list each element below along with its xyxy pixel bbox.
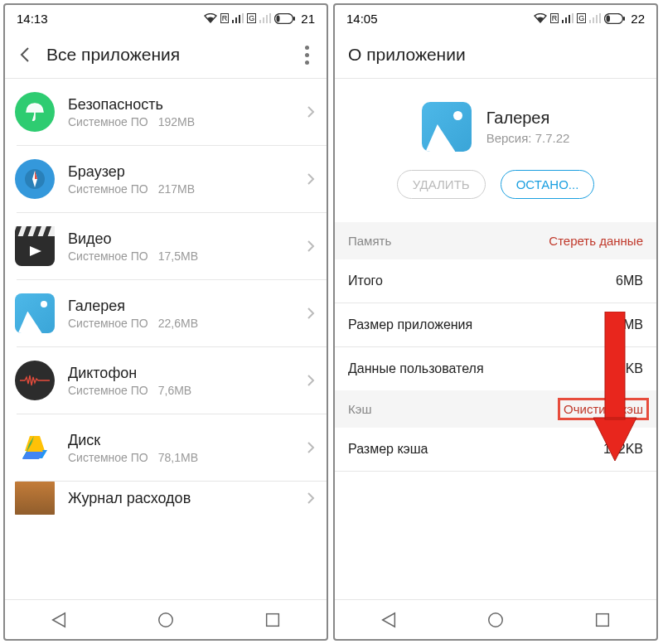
battery-icon (274, 13, 296, 24)
clapper-icon (15, 226, 55, 266)
chevron-right-icon (307, 105, 315, 119)
svg-point-37 (489, 613, 503, 627)
row-total: Итого 6MB (335, 259, 656, 303)
svg-rect-4 (259, 20, 261, 23)
more-menu-button[interactable] (297, 46, 317, 65)
svg-rect-28 (596, 15, 598, 23)
back-button[interactable] (15, 45, 35, 65)
chevron-right-icon (307, 441, 315, 454)
chevron-right-icon (307, 491, 315, 505)
chevron-right-icon (307, 374, 315, 387)
app-item-expenses[interactable]: Журнал расходов (5, 482, 327, 515)
chevron-right-icon (307, 307, 315, 320)
svg-rect-3 (242, 13, 244, 23)
signal-icon (562, 13, 573, 23)
wifi-icon (534, 13, 547, 23)
app-item-video[interactable]: Видео Системное ПО17,5MB (5, 213, 327, 279)
svg-rect-23 (565, 17, 567, 23)
svg-rect-26 (589, 20, 591, 23)
app-version: Версия: 7.7.22 (486, 131, 570, 145)
app-list[interactable]: Безопасность Системное ПО192MB Браузер С… (5, 79, 327, 599)
svg-rect-22 (562, 20, 564, 23)
signal-icon-2 (589, 13, 601, 23)
app-name: Журнал расходов (68, 490, 307, 507)
erase-data-button[interactable]: Стереть данные (549, 234, 643, 248)
signal-icon (232, 13, 244, 23)
app-sub: Системное ПО7,6MB (68, 384, 307, 397)
signal-icon-2 (259, 13, 271, 23)
app-name: Браузер (68, 163, 307, 181)
status-time: 14:13 (17, 12, 48, 26)
delete-button[interactable]: УДАЛИТЬ (397, 170, 486, 199)
nav-back-icon[interactable] (50, 611, 68, 629)
annotation-arrow (590, 312, 640, 469)
section-label: Кэш (348, 402, 371, 416)
svg-rect-33 (605, 312, 625, 419)
app-sub: Системное ПО17,5MB (68, 249, 307, 263)
battery-text: 22 (631, 12, 645, 26)
wallet-icon (15, 482, 55, 515)
net-badge-r: R (550, 13, 559, 23)
status-time: 14:05 (346, 12, 378, 26)
drive-icon (15, 428, 55, 467)
svg-rect-38 (597, 613, 609, 626)
gallery-icon (15, 293, 55, 333)
page-title: Все приложения (46, 45, 297, 65)
status-icons: R G 21 (204, 12, 315, 26)
button-row: УДАЛИТЬ ОСТАНО... (335, 170, 656, 222)
app-name: Галерея (486, 109, 570, 128)
app-name: Безопасность (68, 96, 307, 114)
app-sub: Системное ПО217MB (68, 182, 307, 196)
stop-button[interactable]: ОСТАНО... (501, 170, 595, 199)
app-name: Видео (68, 230, 307, 248)
app-item-disk[interactable]: Диск Системное ПО78,1MB (5, 414, 327, 481)
svg-rect-27 (593, 17, 594, 23)
titlebar: Все приложения (5, 31, 327, 78)
app-name: Диск (68, 432, 307, 449)
app-name: Диктофон (68, 365, 307, 382)
svg-rect-25 (572, 13, 573, 23)
svg-rect-2 (239, 15, 240, 23)
svg-point-20 (159, 613, 173, 627)
nav-recent-icon[interactable] (593, 611, 612, 629)
svg-rect-5 (263, 17, 264, 23)
status-icons: R G 22 (534, 12, 645, 26)
svg-rect-32 (623, 17, 625, 21)
svg-marker-34 (593, 418, 636, 461)
nav-home-icon[interactable] (486, 611, 505, 629)
chevron-right-icon (307, 240, 315, 253)
recorder-icon (15, 361, 55, 400)
nav-bar (335, 599, 656, 639)
nav-recent-icon[interactable] (264, 611, 282, 629)
svg-rect-21 (267, 613, 279, 626)
app-item-security[interactable]: Безопасность Системное ПО192MB (5, 79, 327, 145)
net-badge-r: R (220, 13, 230, 23)
svg-rect-1 (235, 17, 237, 23)
wifi-icon (204, 13, 217, 23)
svg-rect-6 (266, 15, 268, 23)
phone-app-info: 14:05 R G 22 О приложении Галерея Версия… (333, 3, 658, 641)
app-item-gallery[interactable]: Галерея Системное ПО22,6MB (5, 280, 327, 346)
app-sub: Системное ПО22,6MB (68, 317, 307, 330)
nav-home-icon[interactable] (157, 611, 175, 629)
app-item-browser[interactable]: Браузер Системное ПО217MB (5, 146, 327, 212)
app-item-recorder[interactable]: Диктофон Системное ПО7,6MB (5, 347, 327, 414)
app-sub: Системное ПО78,1MB (68, 451, 307, 464)
battery-icon (604, 13, 626, 24)
app-sub: Системное ПО192MB (68, 115, 307, 128)
chevron-left-icon (20, 46, 30, 63)
svg-rect-24 (569, 15, 570, 23)
phone-all-apps: 14:13 R G 21 Все приложения Безопасность (3, 3, 328, 641)
chevron-right-icon (307, 172, 315, 186)
svg-rect-10 (293, 17, 295, 21)
gallery-icon (422, 102, 472, 152)
page-title: О приложении (348, 45, 646, 65)
net-badge-g: G (247, 13, 256, 23)
net-badge-g: G (577, 13, 586, 23)
svg-rect-31 (607, 15, 611, 22)
memory-section-header: Память Стереть данные (335, 222, 656, 259)
battery-text: 21 (301, 12, 315, 26)
nav-back-icon[interactable] (380, 611, 398, 629)
svg-rect-29 (599, 13, 601, 23)
app-name: Галерея (68, 298, 307, 315)
